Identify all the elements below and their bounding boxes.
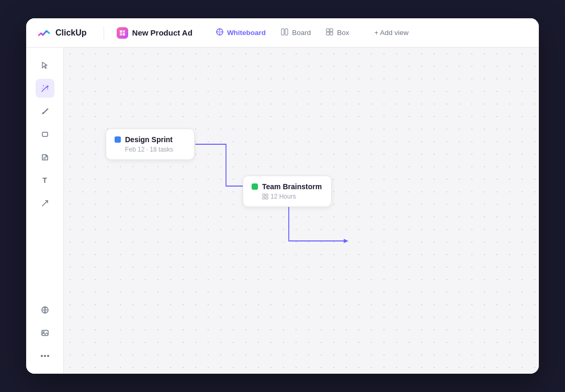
whiteboard-tab-label: Whiteboard	[227, 29, 266, 37]
card-team-brainstorm-dot	[252, 183, 258, 190]
svg-rect-27	[266, 197, 268, 199]
svg-rect-8	[326, 29, 330, 32]
svg-point-12	[43, 85, 44, 86]
svg-rect-26	[263, 197, 265, 199]
header-divider	[104, 27, 104, 39]
main-content: T	[26, 48, 539, 374]
tool-pen[interactable]	[36, 102, 54, 121]
card-team-brainstorm-meta: 12 Hours	[262, 193, 323, 200]
logo-area: ClickUp	[37, 26, 87, 40]
add-view-button[interactable]: + Add view	[368, 26, 415, 40]
box-tab-label: Box	[337, 29, 349, 37]
tool-globe[interactable]	[36, 301, 54, 319]
card-design-sprint-dot	[115, 136, 121, 143]
tool-magic[interactable]	[36, 79, 54, 98]
tool-rectangle[interactable]	[36, 125, 54, 144]
tool-note[interactable]	[36, 148, 54, 167]
project-title: New Product Ad	[132, 28, 193, 37]
add-view-label: + Add view	[374, 29, 409, 37]
box-tab-icon	[325, 28, 334, 38]
project-area: New Product Ad	[117, 27, 193, 39]
svg-point-13	[47, 88, 48, 89]
app-window: ClickUp New Product Ad	[26, 18, 539, 374]
svg-rect-25	[266, 194, 268, 196]
board-tab-label: Board	[292, 29, 311, 37]
svg-rect-15	[42, 132, 48, 136]
svg-rect-6	[281, 29, 284, 35]
connector-svg	[64, 48, 539, 374]
tab-board[interactable]: Board	[274, 25, 317, 41]
card-team-brainstorm[interactable]: Team Brainstorm 12 Hours	[243, 176, 332, 207]
card-design-sprint-title: Design Sprint	[125, 135, 173, 144]
svg-rect-7	[285, 29, 288, 35]
svg-rect-2	[120, 33, 122, 36]
card-design-sprint-subtitle: Feb 12 · 18 tasks	[125, 146, 186, 153]
svg-rect-0	[120, 30, 122, 33]
svg-rect-3	[122, 33, 125, 36]
svg-rect-9	[330, 29, 333, 32]
tab-whiteboard[interactable]: Whiteboard	[209, 25, 272, 41]
svg-marker-23	[344, 239, 348, 243]
tool-text[interactable]: T	[36, 171, 54, 190]
tool-image[interactable]	[36, 324, 54, 342]
tool-cursor[interactable]	[36, 56, 54, 75]
left-toolbar: T	[26, 48, 64, 374]
app-name: ClickUp	[55, 28, 87, 38]
whiteboard-tab-icon	[216, 28, 224, 38]
clickup-logo-icon	[37, 26, 51, 40]
svg-point-21	[43, 331, 44, 333]
nav-tabs: Whiteboard Board	[209, 25, 356, 41]
tool-more[interactable]	[36, 347, 54, 365]
tab-box[interactable]: Box	[319, 25, 355, 41]
svg-rect-10	[326, 32, 330, 36]
header: ClickUp New Product Ad	[26, 18, 539, 48]
svg-point-14	[42, 88, 42, 88]
card-team-brainstorm-hours: 12 Hours	[270, 193, 296, 200]
canvas[interactable]: Design Sprint Feb 12 · 18 tasks Team Bra…	[64, 48, 539, 374]
svg-rect-1	[122, 30, 125, 33]
board-tab-icon	[280, 28, 289, 38]
card-design-sprint-header: Design Sprint	[115, 135, 186, 144]
card-team-brainstorm-header: Team Brainstorm	[252, 182, 323, 191]
svg-rect-24	[263, 194, 265, 196]
project-icon	[117, 27, 128, 39]
tool-connect[interactable]	[36, 194, 54, 213]
card-design-sprint[interactable]: Design Sprint Feb 12 · 18 tasks	[106, 129, 195, 160]
svg-point-5	[218, 31, 221, 33]
card-team-brainstorm-title: Team Brainstorm	[262, 182, 322, 191]
svg-rect-11	[330, 32, 333, 36]
